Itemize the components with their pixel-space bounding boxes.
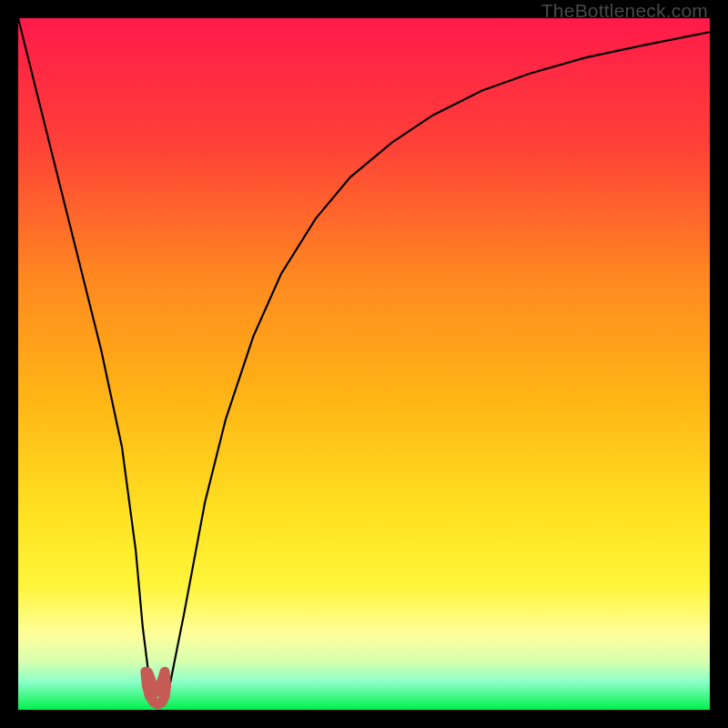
minimum-marker xyxy=(146,672,167,704)
bottleneck-curve xyxy=(18,18,710,703)
curve-layer xyxy=(18,18,710,710)
plot-frame xyxy=(18,18,710,710)
watermark-text: TheBottleneck.com xyxy=(541,0,708,22)
